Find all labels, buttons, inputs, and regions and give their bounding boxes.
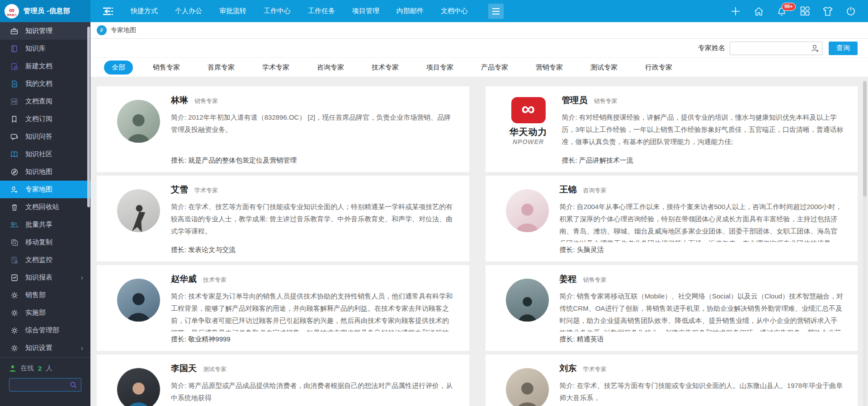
sidebar-item-document-review[interactable]: 文档查阅 xyxy=(0,93,90,110)
select-person-icon[interactable] xyxy=(811,44,820,55)
content-scrollbar[interactable] xyxy=(863,80,867,406)
tab-testing-expert[interactable]: 测试专家 xyxy=(583,61,625,75)
avatar xyxy=(117,368,160,406)
community-book-icon xyxy=(10,150,19,158)
expert-card[interactable]: 艾雪学术专家 简介: 在学术、技艺等方面有专门技能或专业知识全面的人；特别精通某… xyxy=(97,176,469,261)
expert-card[interactable]: 林琳销售专家 简介: 2012年年初加入道有道（832896.OC） [2]，现… xyxy=(97,86,469,172)
sidebar-item-general-management-dept[interactable]: 综合管理部 xyxy=(0,322,90,339)
sidebar-item-sales-dept[interactable]: 销售部 xyxy=(0,286,90,304)
expert-category: 销售专家 xyxy=(594,97,618,105)
report-icon xyxy=(10,274,19,281)
topbar-icons: 99+ xyxy=(730,6,856,17)
infinity-logo-glyph: ∞ xyxy=(9,6,14,14)
bookmark-icon xyxy=(10,115,19,123)
expert-category: 学术专家 xyxy=(194,187,218,195)
expert-name[interactable]: 刘东 xyxy=(560,363,577,374)
expert-card[interactable]: 王锦咨询专家 简介: 自2004年从事心理工作以来，接待个案来访者500人以上，… xyxy=(486,176,858,261)
tab-technical-expert[interactable]: 技术专家 xyxy=(364,61,406,75)
expert-name[interactable]: 姜程 xyxy=(560,273,577,285)
search-icon[interactable] xyxy=(70,381,77,389)
expert-name[interactable]: 林琳 xyxy=(171,94,188,106)
tab-product-expert[interactable]: 产品专家 xyxy=(473,61,516,75)
sidebar-item-knowledge-settings[interactable]: 知识设置 › xyxy=(0,339,90,357)
expert-name[interactable]: 赵华威 xyxy=(171,273,197,285)
home-icon[interactable] xyxy=(753,6,764,17)
page-title: 专家地图 xyxy=(111,26,136,34)
trash-icon xyxy=(10,203,19,211)
nav-item-project-management[interactable]: 项目管理 xyxy=(344,0,388,22)
chevron-right-icon: › xyxy=(81,274,83,282)
sidebar-item-knowledge-management[interactable]: 知识管理 xyxy=(0,22,90,40)
tab-chief-expert[interactable]: 首席专家 xyxy=(200,61,242,75)
sidebar-item-document-monitor[interactable]: 文档监控 xyxy=(0,251,90,269)
bell-icon[interactable]: 99+ xyxy=(776,6,787,17)
person-silhouette-icon xyxy=(117,110,160,143)
tab-consulting-expert[interactable]: 咨询专家 xyxy=(309,61,352,75)
sidebar-item-expert-map[interactable]: 专家地图 xyxy=(0,181,90,198)
sidebar-footer: 在线 2 人 xyxy=(0,357,90,406)
plus-icon[interactable] xyxy=(730,6,741,17)
expert-intro: 简介: 销售专家将移动互联（Mobile）、社交网络（Social）以及云（Cl… xyxy=(560,290,844,331)
more-menu-button[interactable] xyxy=(488,4,504,19)
tab-admin-expert[interactable]: 行政专家 xyxy=(637,61,680,75)
menu-collapse-icon[interactable] xyxy=(100,5,116,18)
tab-marketing-expert[interactable]: 营销专家 xyxy=(528,61,571,75)
tab-sales-expert[interactable]: 销售专家 xyxy=(145,61,188,75)
expert-card[interactable]: ∞ 华天动力 NPOWER 管理员销售专家 简介: 有对经销商授课经验，讲解产品… xyxy=(486,86,858,172)
sidebar-scrollbar[interactable] xyxy=(87,27,90,207)
expert-card[interactable]: 刘东学术专家 简介: 在学术、技艺等方面有专门技能或专业知识全面的人。山东微山县… xyxy=(486,355,858,406)
documents-stack-icon xyxy=(10,98,19,105)
expert-name[interactable]: 艾雪 xyxy=(171,184,188,196)
sidebar-item-document-subscription[interactable]: 文档订阅 xyxy=(0,110,90,128)
query-button[interactable]: 查询 xyxy=(829,42,858,55)
expert-name[interactable]: 王锦 xyxy=(560,184,577,196)
tab-academic-expert[interactable]: 学术专家 xyxy=(255,61,297,75)
expert-skill: 擅长: 发表论文与交流 xyxy=(171,246,456,254)
tab-all[interactable]: 全部 xyxy=(104,61,133,75)
nav-item-shortcuts[interactable]: 快捷方式 xyxy=(122,0,166,22)
power-icon[interactable] xyxy=(845,6,856,17)
expert-category: 技术专家 xyxy=(203,276,226,284)
topbar: ∞ 华天动力 管理员 -信息部 快捷方式 个人办公 审批流转 工作中心 工作任务… xyxy=(0,0,868,22)
nav-item-work-tasks[interactable]: 工作任务 xyxy=(299,0,344,22)
sidebar-item-knowledge-report[interactable]: 知识报表 › xyxy=(0,269,90,286)
scrollbar-thumb[interactable] xyxy=(863,81,867,196)
sidebar-item-knowledge-qa[interactable]: 知识问答 xyxy=(0,128,90,145)
sidebar-item-document-recycle-bin[interactable]: 文档回收站 xyxy=(0,198,90,216)
sidebar-item-new-document[interactable]: 新建文档 xyxy=(0,57,90,75)
expert-card[interactable]: 赵华威技术专家 简介: 技术专家是为订单导向的销售人员提供技术协助的支持性销售人… xyxy=(97,265,469,351)
sidebar-search-input[interactable] xyxy=(13,381,70,388)
expert-card[interactable]: 姜程销售专家 简介: 销售专家将移动互联（Mobile）、社交网络（Social… xyxy=(486,265,858,351)
online-count: 2 xyxy=(38,364,42,372)
sidebar-item-move-copy[interactable]: 移动复制 xyxy=(0,233,90,251)
expert-intro: 简介: 在学术、技艺等方面有专门技能或专业知识全面的人。山东微山县人。1978年… xyxy=(560,379,844,406)
expert-card[interactable]: 李国天测试专家 简介: 将产品原型或产品成品提供给消费者，由消费者根据自己的想法… xyxy=(97,355,469,406)
expert-skill: 擅长: 产品讲解技术一流 xyxy=(562,156,844,165)
sidebar-item-batch-share[interactable]: 批量共享 xyxy=(0,216,90,233)
expert-name[interactable]: 李国天 xyxy=(171,363,197,374)
avatar xyxy=(506,189,549,232)
expert-name-input[interactable] xyxy=(730,42,822,55)
expert-name-label: 专家姓名 xyxy=(698,44,725,52)
nav-item-internal-mail[interactable]: 内部邮件 xyxy=(388,0,432,22)
expert-name[interactable]: 管理员 xyxy=(562,94,588,106)
expert-card-grid: 林琳销售专家 简介: 2012年年初加入道有道（832896.OC） [2]，现… xyxy=(97,86,858,406)
nav-item-approval-flow[interactable]: 审批流转 xyxy=(211,0,255,22)
nav-item-work-center[interactable]: 工作中心 xyxy=(255,0,299,22)
page-document-icon xyxy=(97,25,107,35)
nav-item-personal-office[interactable]: 个人办公 xyxy=(166,0,211,22)
sidebar-item-knowledge-community[interactable]: 知识社区 xyxy=(0,145,90,163)
apps-icon[interactable] xyxy=(799,6,810,17)
sidebar-item-my-documents[interactable]: 我的文档 xyxy=(0,75,90,93)
expert-intro: 简介: 2012年年初加入道有道（832896.OC） [2]，现任首席品牌官，… xyxy=(171,111,456,153)
expert-category: 销售专家 xyxy=(194,97,218,105)
sidebar-item-implementation-dept[interactable]: 实施部 xyxy=(0,304,90,322)
tab-project-expert[interactable]: 项目专家 xyxy=(419,61,461,75)
sidebar: 知识管理 知识库 新建文档 我的文档 文档查阅 文档订阅 知识问答 知识社区 知… xyxy=(0,22,90,406)
expert-search-row: 专家姓名 查询 xyxy=(90,39,868,58)
sidebar-item-knowledge-base[interactable]: 知识库 xyxy=(0,40,90,57)
theme-shirt-icon[interactable] xyxy=(822,6,833,17)
sidebar-search xyxy=(9,378,81,392)
nav-item-document-center[interactable]: 文档中心 xyxy=(432,0,476,22)
sidebar-item-knowledge-map[interactable]: 知识地图 xyxy=(0,163,90,181)
